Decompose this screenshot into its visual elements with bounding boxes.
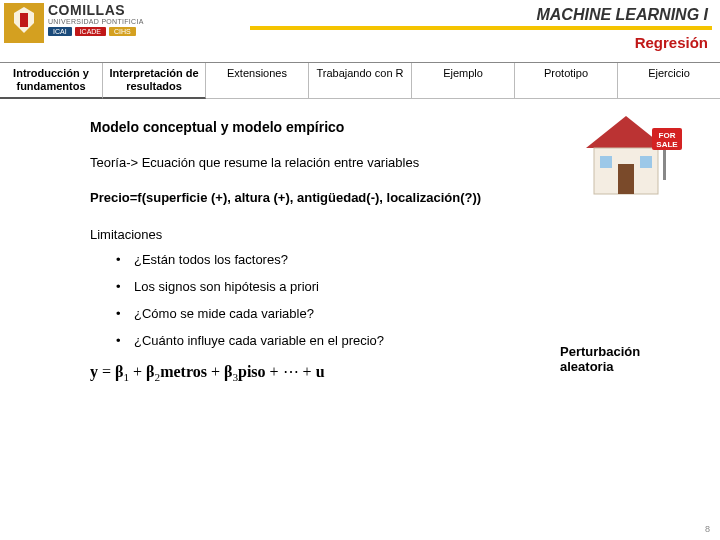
svg-rect-5 — [618, 164, 634, 194]
list-item: ¿Cómo se mide cada variable? — [116, 306, 630, 321]
page-number: 8 — [705, 524, 710, 534]
svg-rect-7 — [640, 156, 652, 168]
svg-rect-6 — [600, 156, 612, 168]
limitations-title: Limitaciones — [90, 227, 630, 242]
badge-cihs: CIHS — [109, 27, 136, 36]
house-for-sale-image: FOR SALE — [566, 98, 686, 212]
svg-rect-1 — [20, 13, 28, 27]
list-item: ¿Están todos los factores? — [116, 252, 630, 267]
slide-heading: Modelo conceptual y modelo empírico — [90, 119, 630, 135]
tab-extensiones[interactable]: Extensiones — [206, 63, 309, 99]
tab-ejercicio[interactable]: Ejercicio — [618, 63, 720, 99]
tab-prototipo[interactable]: Prototipo — [515, 63, 618, 99]
tab-introduccion[interactable]: Introducción y fundamentos — [0, 63, 103, 99]
list-item: ¿Cuánto influye cada variable en el prec… — [116, 333, 630, 348]
badge-icai: ICAI — [48, 27, 72, 36]
tab-interpretacion[interactable]: Interpretación de resultados — [103, 63, 206, 99]
svg-text:FOR: FOR — [659, 131, 676, 140]
limitations-list: ¿Están todos los factores? Los signos so… — [90, 252, 630, 348]
tab-trabajando-r[interactable]: Trabajando con R — [309, 63, 412, 99]
list-item: Los signos son hipótesis a priori — [116, 279, 630, 294]
university-logo — [0, 0, 48, 58]
perturbation-label: Perturbación aleatoria — [560, 344, 680, 374]
course-title: MACHINE LEARNING I — [536, 6, 708, 24]
svg-text:SALE: SALE — [656, 140, 678, 149]
tab-bar: Introducción y fundamentos Interpretació… — [0, 62, 720, 99]
header-rule — [250, 26, 712, 30]
badge-icade: ICADE — [75, 27, 106, 36]
price-formula: Precio=f(superficie (+), altura (+), ant… — [90, 190, 630, 205]
section-title: Regresión — [635, 34, 708, 51]
svg-rect-2 — [4, 43, 44, 55]
tab-ejemplo[interactable]: Ejemplo — [412, 63, 515, 99]
theory-line: Teoría-> Ecuación que resume la relación… — [90, 155, 630, 170]
